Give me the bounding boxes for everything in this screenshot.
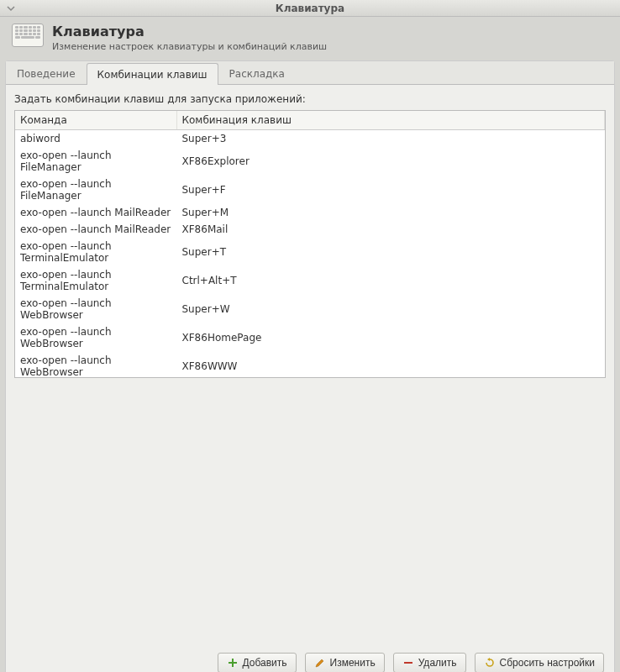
refresh-icon [484, 657, 496, 669]
cell-shortcut: Ctrl+Alt+T [176, 266, 605, 295]
cell-command: exo-open --launch WebBrowser [15, 295, 176, 323]
svg-rect-1 [229, 662, 237, 664]
cell-shortcut: Super+M [176, 204, 605, 221]
minus-icon [402, 657, 414, 669]
plus-icon [227, 657, 239, 669]
add-button-label: Добавить [243, 657, 287, 669]
tab-2[interactable]: Раскладка [218, 62, 296, 84]
cell-command: abiword [15, 130, 176, 148]
reset-button-label: Сбросить настройки [500, 657, 595, 669]
table-row[interactable]: exo-open --launch TerminalEmulatorCtrl+A… [15, 266, 605, 295]
table-row[interactable]: abiwordSuper+3 [15, 130, 605, 148]
pencil-icon [314, 657, 326, 669]
cell-shortcut: Super+W [176, 295, 605, 323]
shortcuts-table: Команда Комбинация клавиш abiwordSuper+3… [15, 111, 605, 378]
tab-1[interactable]: Комбинации клавиш [87, 63, 218, 85]
tab-0[interactable]: Поведение [6, 62, 87, 84]
page-title: Клавиатура [52, 24, 327, 39]
titlebar: Клавиатура [0, 0, 620, 17]
window-menu-icon[interactable] [5, 3, 17, 14]
cell-shortcut: XF86HomePage [176, 323, 605, 352]
header: Клавиатура Изменение настроек клавиатуры… [0, 17, 620, 60]
cell-command: exo-open --launch TerminalEmulator [15, 266, 176, 295]
tabs: ПоведениеКомбинации клавишРаскладка [6, 61, 614, 85]
delete-button[interactable]: Удалить [393, 653, 466, 672]
cell-shortcut: Super+3 [176, 130, 605, 148]
cell-shortcut: XF86Explorer [176, 147, 605, 176]
cell-command: exo-open --launch FileManager [15, 147, 176, 176]
content: ПоведениеКомбинации клавишРаскладка Зада… [5, 60, 615, 672]
delete-button-label: Удалить [418, 657, 457, 669]
keyboard-icon [12, 24, 44, 47]
svg-rect-2 [404, 662, 412, 664]
button-row: Добавить Изменить Удалить Сбросить настр… [14, 644, 606, 672]
table-row[interactable]: exo-open --launch MailReaderSuper+M [15, 204, 605, 221]
table-row[interactable]: exo-open --launch TerminalEmulatorSuper+… [15, 238, 605, 266]
prompt-label: Задать комбинации клавиш для запуска при… [14, 93, 606, 105]
edit-button-label: Изменить [330, 657, 376, 669]
add-button[interactable]: Добавить [218, 653, 297, 672]
cell-shortcut: Super+F [176, 176, 605, 204]
cell-command: exo-open --launch MailReader [15, 221, 176, 238]
table-row[interactable]: exo-open --launch WebBrowserSuper+W [15, 295, 605, 323]
page-subtitle: Изменение настроек клавиатуры и комбинац… [52, 41, 327, 52]
table-row[interactable]: exo-open --launch WebBrowserXF86WWW [15, 352, 605, 378]
cell-shortcut: XF86WWW [176, 352, 605, 378]
table-row[interactable]: exo-open --launch FileManagerXF86Explore… [15, 147, 605, 176]
cell-command: exo-open --launch MailReader [15, 204, 176, 221]
cell-shortcut: XF86Mail [176, 221, 605, 238]
shortcuts-table-wrap[interactable]: Команда Комбинация клавиш abiwordSuper+3… [14, 110, 606, 378]
column-header-command[interactable]: Команда [15, 111, 176, 130]
column-header-shortcut[interactable]: Комбинация клавиш [176, 111, 605, 130]
table-row[interactable]: exo-open --launch FileManagerSuper+F [15, 176, 605, 204]
cell-command: exo-open --launch WebBrowser [15, 352, 176, 378]
cell-shortcut: Super+T [176, 238, 605, 266]
table-row[interactable]: exo-open --launch MailReaderXF86Mail [15, 221, 605, 238]
edit-button[interactable]: Изменить [305, 653, 385, 672]
reset-button[interactable]: Сбросить настройки [475, 653, 604, 672]
cell-command: exo-open --launch FileManager [15, 176, 176, 204]
table-row[interactable]: exo-open --launch WebBrowserXF86HomePage [15, 323, 605, 352]
cell-command: exo-open --launch TerminalEmulator [15, 238, 176, 266]
cell-command: exo-open --launch WebBrowser [15, 323, 176, 352]
window-title: Клавиатура [276, 3, 344, 14]
